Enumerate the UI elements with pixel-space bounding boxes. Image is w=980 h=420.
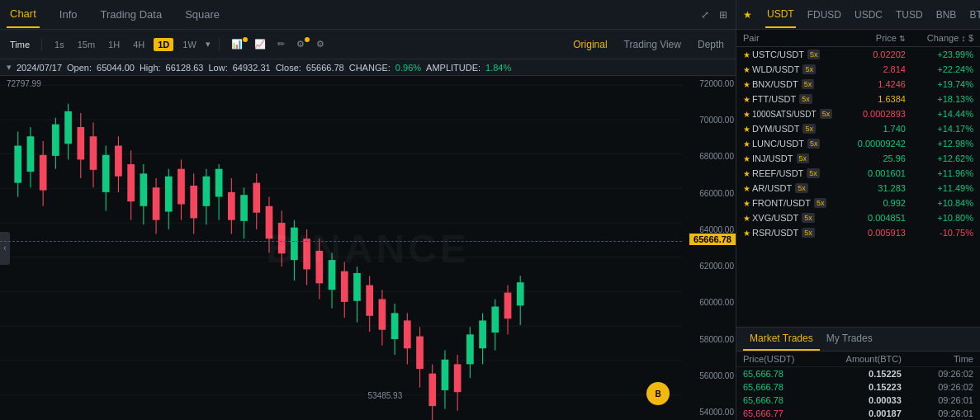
market-row[interactable]: ★FTT/USDT5x 1.6384 +18.13% xyxy=(736,92,980,106)
svg-rect-81 xyxy=(454,364,462,392)
settings-icon[interactable]: ⚙ xyxy=(313,37,328,51)
timeframe-1s[interactable]: 1s xyxy=(50,38,69,51)
svg-rect-79 xyxy=(442,360,449,390)
svg-rect-15 xyxy=(40,155,47,191)
market-row[interactable]: ★1000SATS/USDT5x 0.0002893 +14.44% xyxy=(736,106,980,121)
chart-info-bar: ▾ 2024/07/17 Open: 65044.00 High: 66128.… xyxy=(0,59,736,76)
svg-rect-43 xyxy=(215,169,223,197)
right-panel: ★ USDT FDUSD USDC TUSD BNB BTC Pair Pric… xyxy=(736,0,980,420)
market-row[interactable]: ★FRONT/USDT5x 0.992 +10.84% xyxy=(736,196,980,210)
svg-rect-37 xyxy=(178,169,185,205)
view-original[interactable]: Original xyxy=(568,37,612,52)
price-56000: 56000.00 xyxy=(684,371,734,380)
market-row[interactable]: ★USTC/USDT5x 0.02202 +23.99% xyxy=(736,47,980,62)
currency-btc[interactable]: BTC xyxy=(968,2,980,27)
view-buttons: Original Trading View Depth xyxy=(568,37,729,52)
market-row[interactable]: ★WLD/USDT5x 2.814 +22.24% xyxy=(736,62,980,77)
infobar-amplitude: 1.84% xyxy=(485,63,511,73)
infobar-change: 0.96% xyxy=(395,63,421,73)
price-axis: 72000.00 70000.00 68000.00 66000.00 6400… xyxy=(682,76,736,420)
svg-rect-21 xyxy=(77,127,84,159)
top-tabs: Chart Info Trading Data Square ⤢ ⊞ xyxy=(0,0,736,30)
market-row[interactable]: ★DYM/USDT5x 1.740 +14.17% xyxy=(736,121,980,136)
infobar-date: 2024/07/17 xyxy=(17,63,62,73)
svg-rect-67 xyxy=(366,286,373,316)
price-66000: 66000.00 xyxy=(684,189,734,198)
svg-rect-69 xyxy=(379,299,386,329)
market-row[interactable]: ★XVG/USDT5x 0.004851 +10.80% xyxy=(736,210,980,225)
trade-row: 65,666.78 0.15225 09:26:02 xyxy=(736,367,980,380)
toolbar-separator xyxy=(41,38,42,51)
svg-rect-65 xyxy=(353,273,361,301)
svg-rect-27 xyxy=(115,146,122,177)
svg-rect-73 xyxy=(404,320,411,348)
timeframe-4h[interactable]: 4H xyxy=(129,38,149,51)
trades-header-amount: Amount(BTC) xyxy=(830,354,902,364)
settings-extra-icon[interactable]: ⚙ xyxy=(293,37,308,51)
infobar-open: 65044.00 xyxy=(97,63,135,73)
tab-square[interactable]: Square xyxy=(182,2,223,27)
svg-rect-89 xyxy=(504,293,512,319)
view-tradingview[interactable]: Trading View xyxy=(619,37,686,52)
market-row[interactable]: ★RSR/USDT5x 0.005913 -10.75% xyxy=(736,225,980,240)
svg-rect-47 xyxy=(240,195,248,221)
price-60000: 60000.00 xyxy=(684,298,734,307)
indicator-icon[interactable]: 📈 xyxy=(251,37,269,51)
tab-market-trades[interactable]: Market Trades xyxy=(743,328,820,351)
infobar-close: 65666.78 xyxy=(306,63,344,73)
currency-bnb[interactable]: BNB xyxy=(935,2,959,27)
trades-header-price: Price(USDT) xyxy=(743,354,830,364)
binance-logo: B xyxy=(646,382,670,405)
svg-rect-75 xyxy=(416,337,424,369)
timeframe-1w[interactable]: 1W xyxy=(178,38,201,51)
svg-rect-19 xyxy=(64,111,72,144)
trades-header: Price(USDT) Amount(BTC) Time xyxy=(736,352,980,367)
toolbar-separator2 xyxy=(219,38,220,51)
svg-rect-13 xyxy=(27,136,35,172)
currency-usdt[interactable]: USDT xyxy=(765,2,796,28)
chart-type-icon[interactable]: 📊 xyxy=(228,37,246,51)
price-54000: 54000.00 xyxy=(684,408,734,417)
infobar-low: 64932.31 xyxy=(233,63,271,73)
favorites-star[interactable]: ★ xyxy=(743,9,752,21)
market-row[interactable]: ★REEF/USDT5x 0.001601 +11.96% xyxy=(736,166,980,181)
market-row[interactable]: ★INJ/USDT5x 25.96 +12.62% xyxy=(736,151,980,166)
currency-fdusd[interactable]: FDUSD xyxy=(806,2,843,27)
svg-rect-33 xyxy=(153,187,160,219)
dropdown-arrow[interactable]: ▾ xyxy=(206,39,211,50)
svg-rect-41 xyxy=(203,177,211,206)
price-sort-icon[interactable]: ⇅ xyxy=(899,35,906,43)
tab-my-trades[interactable]: My Trades xyxy=(820,328,879,351)
trade-row: 65,666.78 0.00033 09:26:01 xyxy=(736,394,980,407)
price-72000: 72000.00 xyxy=(684,79,734,88)
currency-tusd[interactable]: TUSD xyxy=(894,2,925,27)
market-row[interactable]: ★AR/USDT5x 31.283 +11.49% xyxy=(736,181,980,196)
price-line xyxy=(0,241,682,242)
currency-tabs: ★ USDT FDUSD USDC TUSD BNB BTC xyxy=(736,0,980,30)
market-row[interactable]: ★LUNC/USDT5x 0.00009242 +12.98% xyxy=(736,136,980,151)
view-depth[interactable]: Depth xyxy=(693,37,729,52)
timeframe-1h[interactable]: 1H xyxy=(104,38,124,51)
infobar-low-label: Low: xyxy=(209,63,228,73)
bottom-price-label: 53485.93 xyxy=(368,391,403,400)
trades-section: Market Trades My Trades Price(USDT) Amou… xyxy=(736,327,980,420)
trades-tabs: Market Trades My Trades xyxy=(736,328,980,352)
infobar-change-label: CHANGE: xyxy=(349,63,391,73)
scroll-left-arrow[interactable]: ‹ xyxy=(0,232,10,265)
tab-info[interactable]: Info xyxy=(56,2,81,27)
tab-chart[interactable]: Chart xyxy=(7,1,40,28)
time-dropdown[interactable]: Time xyxy=(7,38,33,51)
timeframe-1d[interactable]: 1D xyxy=(154,38,173,51)
market-row[interactable]: ★BNX/USDT5x 1.4246 +19.74% xyxy=(736,77,980,92)
chart-area[interactable]: ‹ BINANCE 72797.99 65666.78 xyxy=(0,76,736,420)
grid-icon[interactable]: ⊞ xyxy=(717,7,729,22)
svg-rect-77 xyxy=(428,374,436,406)
currency-usdc[interactable]: USDC xyxy=(853,2,884,27)
timeframe-15m[interactable]: 15m xyxy=(73,38,99,51)
price-62000: 62000.00 xyxy=(684,262,734,271)
trades-header-time: Time xyxy=(902,354,973,364)
tab-trading-data[interactable]: Trading Data xyxy=(97,2,165,27)
draw-icon[interactable]: ✏ xyxy=(274,37,288,51)
expand-icon[interactable]: ⤢ xyxy=(699,7,711,22)
infobar-toggle[interactable]: ▾ xyxy=(7,62,12,73)
